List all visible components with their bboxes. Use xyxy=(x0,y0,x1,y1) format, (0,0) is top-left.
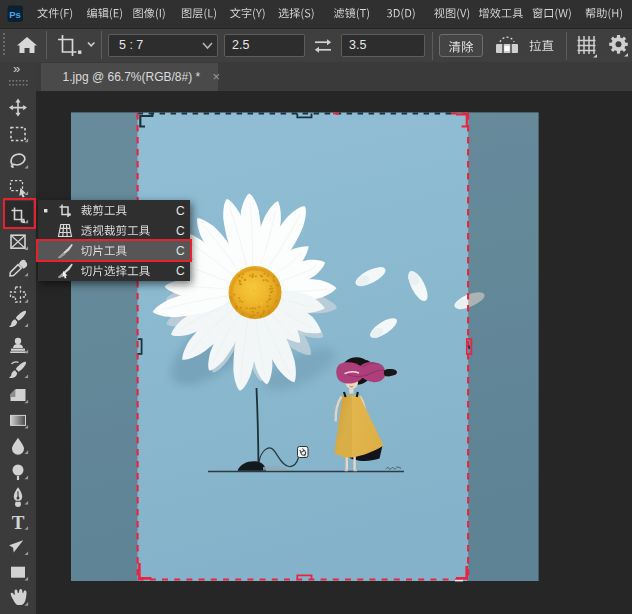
svg-text:C: C xyxy=(176,203,185,217)
svg-text:Ps: Ps xyxy=(9,9,21,20)
svg-text:C: C xyxy=(176,264,185,278)
svg-text:»: » xyxy=(13,62,20,76)
svg-text:C: C xyxy=(176,223,185,237)
svg-text:T: T xyxy=(12,512,25,533)
